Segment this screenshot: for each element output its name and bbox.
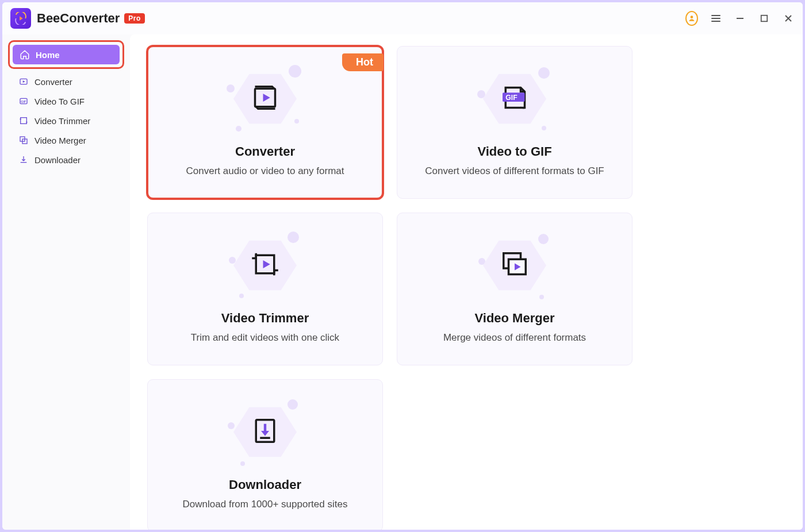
card-title: Downloader (229, 477, 301, 492)
user-icon (685, 11, 698, 26)
card-title: Converter (235, 144, 295, 159)
home-highlight-box: Home (8, 40, 124, 69)
merger-icon (499, 248, 531, 283)
sidebar-nav-list: Converter GIF Video To GIF Video Trimmer (8, 72, 124, 169)
card-illustration: GIF (477, 61, 552, 136)
card-illustration (477, 228, 552, 303)
card-desc: Merge videos of different formats (443, 331, 586, 345)
svg-marker-16 (263, 94, 270, 102)
card-video-trimmer[interactable]: Video Trimmer Trim and edit videos with … (147, 213, 383, 365)
home-icon (20, 49, 30, 60)
sidebar-item-video-merger[interactable]: Video Merger (12, 131, 121, 149)
svg-rect-3 (761, 16, 768, 22)
maximize-button[interactable] (758, 12, 770, 25)
content-area: Hot (130, 34, 803, 530)
trimmer-icon (249, 248, 281, 283)
minimize-button[interactable] (734, 12, 746, 25)
svg-marker-30 (261, 431, 269, 436)
pro-badge: Pro (124, 13, 145, 24)
sidebar-item-video-trimmer[interactable]: Video Trimmer (12, 111, 121, 130)
sidebar-item-label: Video Merger (34, 136, 86, 145)
converter-icon (249, 82, 281, 116)
svg-text:GIF: GIF (21, 100, 26, 103)
converter-icon (18, 76, 29, 87)
svg-marker-0 (20, 16, 23, 20)
trimmer-icon (18, 115, 29, 126)
svg-point-1 (691, 16, 693, 18)
titlebar: BeeConverter Pro (2, 2, 803, 34)
sidebar-item-video-to-gif[interactable]: GIF Video To GIF (12, 92, 121, 110)
titlebar-actions (685, 12, 795, 25)
card-desc: Trim and edit videos with one click (191, 331, 339, 345)
hamburger-icon (711, 15, 720, 22)
sidebar-item-label: Video Trimmer (34, 116, 90, 126)
app-logo (10, 8, 31, 29)
sidebar-item-converter[interactable]: Converter (12, 72, 121, 91)
close-button[interactable] (782, 12, 795, 25)
card-illustration (228, 395, 302, 469)
sidebar-item-home[interactable]: Home (13, 45, 120, 64)
menu-button[interactable] (710, 12, 722, 25)
card-desc: Convert audio or video to any format (186, 165, 344, 178)
card-video-to-gif[interactable]: GIF Video to GIF Convert videos of diffe… (397, 46, 632, 199)
downloader-icon (18, 155, 29, 165)
card-desc: Download from 1000+ supported sites (183, 498, 348, 511)
account-button[interactable] (685, 12, 698, 25)
svg-rect-10 (21, 118, 27, 124)
app-body: Home Converter GIF Video To GIF (2, 34, 803, 530)
sidebar-item-label: Converter (34, 77, 72, 87)
gif-icon: GIF (499, 82, 531, 116)
sidebar-item-label: Downloader (34, 155, 80, 165)
sidebar-item-downloader[interactable]: Downloader (12, 151, 121, 169)
downloader-icon (249, 415, 281, 449)
card-video-merger[interactable]: Video Merger Merge videos of different f… (397, 213, 632, 365)
card-converter[interactable]: Hot (147, 46, 383, 199)
card-title: Video Merger (475, 311, 555, 326)
merger-icon (18, 135, 29, 145)
card-title: Video Trimmer (221, 311, 309, 326)
sidebar-item-label: Video To GIF (34, 97, 85, 106)
svg-marker-24 (263, 260, 270, 268)
card-title: Video to GIF (477, 144, 551, 159)
gif-icon: GIF (18, 96, 29, 106)
sidebar-item-label: Home (36, 50, 60, 60)
svg-text:GIF: GIF (505, 94, 518, 102)
app-window: BeeConverter Pro (2, 2, 803, 530)
card-illustration (228, 228, 302, 303)
card-illustration (228, 61, 302, 136)
hot-badge: Hot (342, 53, 384, 71)
app-name: BeeConverter (37, 11, 120, 26)
svg-marker-7 (23, 80, 25, 83)
card-desc: Convert videos of different formats to G… (425, 165, 604, 178)
card-downloader[interactable]: Downloader Download from 1000+ supported… (147, 379, 383, 530)
sidebar: Home Converter GIF Video To GIF (2, 34, 130, 530)
